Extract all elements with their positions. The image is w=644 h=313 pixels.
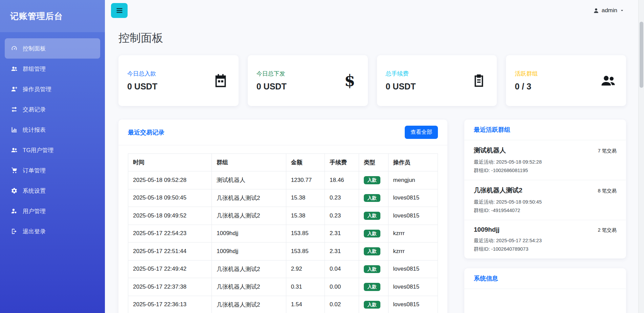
sidebar-item-label: 群组管理 xyxy=(23,65,46,73)
cell-fee: 0.23 xyxy=(325,207,359,225)
cell-type: 入款 xyxy=(359,189,388,207)
group-trade-count: 8 笔交易 xyxy=(598,188,617,194)
cart-icon xyxy=(11,167,18,174)
group-last-active: 最近活动: 2025-05-18 09:52:28 xyxy=(474,158,617,166)
sidebar-item-groups[interactable]: 群组管理 xyxy=(5,59,100,79)
type-badge: 入款 xyxy=(364,301,380,309)
table-row: 2025-05-17 22:49:42几张机器人测试22.920.04入款lov… xyxy=(128,260,438,278)
stat-value: 0 USDT xyxy=(257,82,287,91)
cell-operator: loves0815 xyxy=(388,278,438,296)
gear-icon xyxy=(11,187,18,194)
stat-card-1: 今日总下发0 USDT$ xyxy=(248,55,368,106)
dashboard-icon xyxy=(11,45,18,52)
recent-transactions-panel: 最近交易记录 查看全部 时间群组金额手续费类型操作员 2025-05-18 09… xyxy=(118,120,447,313)
view-all-button[interactable]: 查看全部 xyxy=(405,126,438,139)
type-badge: 入款 xyxy=(364,247,380,255)
cell-time: 2025-05-17 22:54:23 xyxy=(128,225,212,243)
group-last-active: 最近活动: 2025-05-18 09:50:45 xyxy=(474,198,617,206)
right-column: 最近活跃群组 测试机器人7 笔交易最近活动: 2025-05-18 09:52:… xyxy=(464,120,626,313)
sidebar: 记账管理后台 控制面板群组管理操作员管理交易记录统计报表TG用户管理订单管理系统… xyxy=(0,0,105,313)
stat-card-0: 今日总入款0 USDT xyxy=(118,55,239,106)
sidebar-item-tg-users[interactable]: TG用户管理 xyxy=(5,140,100,160)
person-plus-icon xyxy=(11,86,18,92)
cell-type: 入款 xyxy=(359,171,388,189)
person-gear-icon xyxy=(11,208,18,214)
clipboard-icon xyxy=(471,73,487,88)
panels: 最近交易记录 查看全部 时间群组金额手续费类型操作员 2025-05-18 09… xyxy=(118,120,626,313)
stat-card-2: 总手续费0 USDT xyxy=(377,55,497,106)
cell-fee: 0.00 xyxy=(325,278,359,296)
cell-amount: 2.92 xyxy=(286,260,325,278)
scrollbar-thumb[interactable] xyxy=(640,22,643,88)
user-icon xyxy=(593,7,599,14)
cell-amount: 15.38 xyxy=(286,207,325,225)
transactions-panel-header: 最近交易记录 查看全部 xyxy=(118,120,447,145)
calendar-icon xyxy=(213,73,228,88)
sidebar-item-reports[interactable]: 统计报表 xyxy=(5,120,100,140)
people-icon xyxy=(600,73,616,88)
sidebar-item-label: 用户管理 xyxy=(23,207,46,215)
caret-down-icon xyxy=(620,8,624,13)
table-row: 2025-05-18 09:52:28测试机器人1230.7718.46入款me… xyxy=(128,171,438,189)
active-groups-list: 测试机器人7 笔交易最近活动: 2025-05-18 09:52:28群组ID:… xyxy=(464,140,626,258)
type-badge: 入款 xyxy=(364,230,380,238)
cell-group: 几张机器人测试2 xyxy=(212,278,286,296)
sidebar-toggle-button[interactable] xyxy=(111,3,128,18)
cell-group: 几张机器人测试2 xyxy=(212,207,286,225)
stat-value: 0 / 3 xyxy=(515,82,538,91)
system-info-body xyxy=(464,289,626,313)
group-list-item: 测试机器人7 笔交易最近活动: 2025-05-18 09:52:28群组ID:… xyxy=(464,140,626,180)
topbar: admin xyxy=(105,0,644,21)
cell-time: 2025-05-17 22:37:38 xyxy=(128,278,212,296)
sidebar-item-label: TG用户管理 xyxy=(23,146,54,154)
type-badge: 入款 xyxy=(364,212,380,220)
stats-row: 今日总入款0 USDT今日总下发0 USDT$总手续费0 USDT活跃群组0 /… xyxy=(118,55,626,106)
cell-group: 几张机器人测试2 xyxy=(212,189,286,207)
cell-time: 2025-05-18 09:49:52 xyxy=(128,207,212,225)
column-header: 手续费 xyxy=(325,154,359,171)
cell-fee: 0.02 xyxy=(325,296,359,313)
sidebar-item-users[interactable]: 用户管理 xyxy=(5,201,100,221)
stat-label: 今日总下发 xyxy=(257,70,287,78)
group-list-item: 1009hdjj2 笔交易最近活动: 2025-05-17 22:54:23群组… xyxy=(464,220,626,258)
group-id: 群组ID: -1002640789073 xyxy=(474,245,617,253)
group-list-item: 几张机器人测试28 笔交易最近活动: 2025-05-18 09:50:45群组… xyxy=(464,180,626,220)
sidebar-nav: 控制面板群组管理操作员管理交易记录统计报表TG用户管理订单管理系统设置用户管理退… xyxy=(0,38,105,242)
cell-operator: kzrrr xyxy=(388,225,438,243)
sidebar-item-label: 统计报表 xyxy=(23,126,46,134)
table-row: 2025-05-17 22:37:38几张机器人测试20.310.00入款lov… xyxy=(128,278,438,296)
cell-type: 入款 xyxy=(359,207,388,225)
sidebar-item-label: 操作员管理 xyxy=(23,85,51,93)
cell-fee: 2.31 xyxy=(325,225,359,243)
sidebar-item-logout[interactable]: 退出登录 xyxy=(5,221,100,242)
group-id: 群组ID: -4919544072 xyxy=(474,206,617,215)
cell-fee: 2.31 xyxy=(325,243,359,260)
table-row: 2025-05-17 22:51:441009hdjj153.852.31入款k… xyxy=(128,243,438,260)
page-scrollbar[interactable] xyxy=(638,0,644,313)
app-title: 记账管理后台 xyxy=(0,0,105,32)
group-name: 几张机器人测试2 xyxy=(474,186,523,195)
sidebar-item-label: 订单管理 xyxy=(23,167,46,174)
sidebar-item-label: 退出登录 xyxy=(23,228,46,235)
sidebar-item-operators[interactable]: 操作员管理 xyxy=(5,79,100,99)
cell-operator: mengjun xyxy=(388,171,438,189)
users-icon xyxy=(11,65,18,72)
group-trade-count: 2 笔交易 xyxy=(598,227,617,233)
dollar-icon: $ xyxy=(342,73,358,88)
sidebar-item-orders[interactable]: 订单管理 xyxy=(5,160,100,181)
stat-label: 活跃群组 xyxy=(515,70,538,78)
sidebar-item-transactions[interactable]: 交易记录 xyxy=(5,99,100,120)
sidebar-item-dashboard[interactable]: 控制面板 xyxy=(5,38,100,59)
cell-amount: 153.85 xyxy=(286,243,325,260)
stat-card-3: 活跃群组0 / 3 xyxy=(506,55,626,106)
user-menu[interactable]: admin xyxy=(593,7,624,14)
logout-icon xyxy=(11,228,18,235)
cell-time: 2025-05-18 09:50:45 xyxy=(128,189,212,207)
active-groups-panel: 最近活跃群组 测试机器人7 笔交易最近活动: 2025-05-18 09:52:… xyxy=(464,120,626,258)
transactions-table: 时间群组金额手续费类型操作员 2025-05-18 09:52:28测试机器人1… xyxy=(128,153,438,313)
cell-amount: 15.38 xyxy=(286,189,325,207)
column-header: 群组 xyxy=(212,154,286,171)
transactions-table-body: 2025-05-18 09:52:28测试机器人1230.7718.46入款me… xyxy=(128,171,438,313)
system-info-title: 系统信息 xyxy=(474,274,498,283)
sidebar-item-settings[interactable]: 系统设置 xyxy=(5,181,100,201)
